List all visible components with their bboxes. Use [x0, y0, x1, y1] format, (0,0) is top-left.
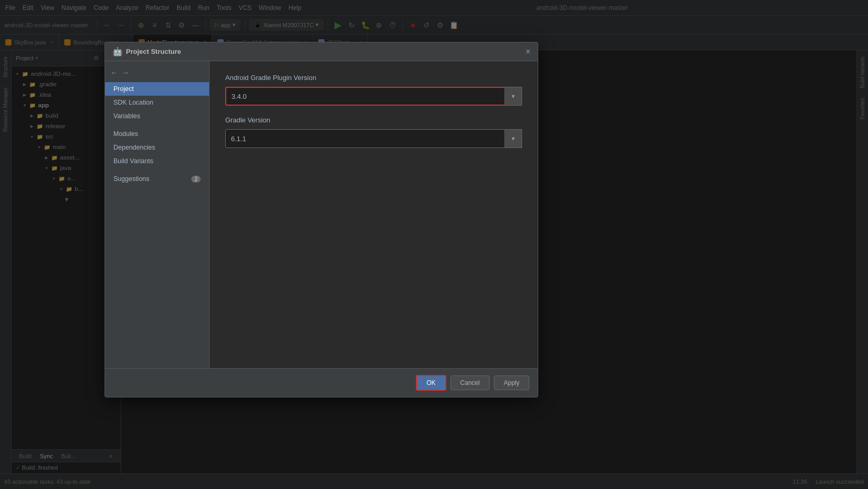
modal-overlay: 🤖 Project Structure × ← → Project SDK Lo… [0, 0, 868, 489]
nav-back-arrow[interactable]: ← [109, 67, 119, 78]
plugin-version-container: 3.4.0 ▾ [225, 87, 522, 106]
cancel-button[interactable]: Cancel [450, 376, 490, 390]
gradle-version-heading: Gradle Version [225, 116, 522, 124]
dialog-close-button[interactable]: × [526, 48, 530, 56]
dialog-title-bar: 🤖 Project Structure × [105, 42, 538, 61]
dialog-android-icon: 🤖 [112, 47, 123, 56]
apply-button[interactable]: Apply [494, 376, 529, 390]
project-structure-dialog: 🤖 Project Structure × ← → Project SDK Lo… [105, 42, 538, 397]
dialog-nav-header: ← → [105, 65, 209, 80]
nav-item-modules[interactable]: Modules [105, 127, 209, 141]
ok-button[interactable]: OK [416, 375, 446, 391]
dialog-title: 🤖 Project Structure [112, 47, 181, 56]
dialog-nav: ← → Project SDK Location Variables Modul… [105, 61, 210, 368]
nav-item-project[interactable]: Project [105, 82, 209, 96]
nav-item-sdk-location[interactable]: SDK Location [105, 96, 209, 109]
dialog-footer: OK Cancel Apply [105, 368, 538, 397]
nav-item-variables[interactable]: Variables [105, 109, 209, 123]
plugin-version-heading: Android Gradle Plugin Version [225, 74, 522, 82]
nav-suggestions-badge: 2 [191, 176, 201, 183]
nav-forward-arrow[interactable]: → [121, 67, 130, 78]
gradle-version-dropdown[interactable]: 6.1.1 [225, 129, 507, 148]
gradle-version-chevron: ▾ [512, 135, 515, 142]
dialog-title-label: Project Structure [126, 48, 181, 55]
gradle-version-arrow-btn[interactable]: ▾ [504, 129, 522, 148]
plugin-version-chevron: ▾ [512, 93, 515, 100]
gradle-version-container: 6.1.1 ▾ [225, 129, 522, 148]
dialog-body: ← → Project SDK Location Variables Modul… [105, 61, 538, 368]
nav-item-suggestions[interactable]: Suggestions 2 [105, 172, 209, 186]
nav-suggestions-label: Suggestions [113, 175, 149, 183]
plugin-version-arrow-btn[interactable]: ▾ [504, 87, 522, 106]
plugin-version-dropdown[interactable]: 3.4.0 [225, 87, 507, 106]
dialog-content: Android Gradle Plugin Version 3.4.0 ▾ Gr… [210, 61, 538, 368]
nav-item-dependencies[interactable]: Dependencies [105, 141, 209, 154]
nav-item-build-variants[interactable]: Build Variants [105, 154, 209, 168]
